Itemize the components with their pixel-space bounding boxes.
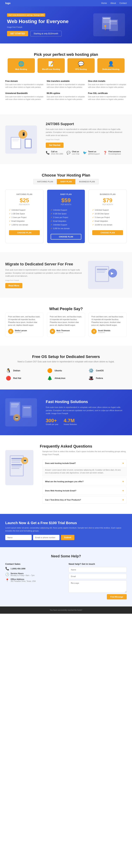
os-redhat: 🔴 Red Hat — [5, 376, 44, 381]
svg-rect-21 — [97, 269, 107, 270]
touch-message-input[interactable] — [69, 581, 127, 593]
navigation: logo Home About Contact — [0, 0, 132, 6]
migrate-cta[interactable]: Read More — [5, 283, 22, 288]
plan-period-business: PER MONTH — [92, 204, 123, 206]
faq-question-2[interactable]: Does Web Hosting Include Email? + — [42, 487, 127, 494]
plan-feature: 5 GB Disk Space — [51, 212, 81, 216]
hosting-type-vps[interactable]: 💬 VPS Hosting — [67, 58, 95, 73]
feature-bandwidth: Unmetered Bandwidth Duis aute irure dolo… — [5, 92, 44, 101]
redhat-label: Red Hat — [13, 377, 21, 379]
svg-text:💻: 💻 — [15, 416, 19, 420]
migrate-desc: Duis aute irure dolor in reprehenderit i… — [5, 269, 83, 278]
phone-number: 1 (000) 456-1890 — [10, 567, 25, 570]
get-in-touch: Need help? Get in touch Find Message — [69, 563, 127, 599]
answers-info: Find answers Knowledgebase — [108, 151, 121, 157]
svg-text:▶: ▶ — [111, 271, 114, 275]
cta-name-input[interactable] — [5, 535, 32, 540]
hosting-type-wordpress[interactable]: 📝 WordPress Hosting — [37, 58, 65, 73]
faq-q-text-2: Does Web Hosting Include Email? — [45, 490, 76, 492]
help-section: Need Some Help? Contact Sales 📞 1 (000) … — [0, 547, 132, 607]
nav-home[interactable]: Home — [101, 2, 107, 4]
fedora-icon: 🎩 — [88, 376, 94, 381]
cta-title: Launch Now & Get a Free $100 Trial Bonus — [5, 521, 127, 525]
faq-q-text-0: Does web hosting include Email? — [45, 462, 76, 464]
tab-hatching[interactable]: HATCHING PLAN — [33, 179, 57, 184]
testimonials-grid: Proin sed libero sem, sed faucibus turpi… — [5, 313, 127, 337]
contact-sales-heading: Contact Sales — [5, 563, 63, 565]
plan-name-hatching: HATCHING PLAN — [9, 193, 40, 195]
faq-question-1[interactable]: What are the hosting packages you offer?… — [42, 478, 127, 485]
tab-baby[interactable]: BABY PLAN — [57, 179, 75, 184]
avatar-0: S — [8, 329, 13, 334]
tweet-icon: 🐦 — [83, 151, 87, 155]
feature-title-1: Site transfers available — [47, 80, 85, 82]
nav-about[interactable]: About — [110, 2, 116, 4]
feature-desc-1: Duis aute irure dolor in reprehenderit i… — [47, 83, 85, 89]
faq-question-3[interactable]: Can I Test-Drive Any of Your Products? + — [42, 496, 127, 503]
vps-hosting-icon: 💬 — [69, 61, 93, 67]
faq-toggle-3: + — [122, 498, 124, 501]
plan-feature: 1 Users per Project — [9, 216, 40, 219]
cta-email-input[interactable] — [33, 535, 60, 540]
svg-rect-43 — [11, 468, 19, 469]
plan-cta-hatching[interactable]: CHOOSE PLAN — [9, 230, 40, 235]
author-name-1: Nick Thomson — [57, 330, 70, 332]
chat-icon: 💬 — [67, 151, 70, 155]
svg-rect-41 — [11, 464, 22, 465]
chat-info: Chat us Live Chat — [72, 151, 79, 157]
feature-uptime: 99.9% uptime Duis aute irure dolor in re… — [47, 92, 85, 101]
plan-feature: 1 GB Disk Space — [9, 212, 40, 216]
cta-submit[interactable]: Submit — [61, 535, 74, 540]
testimonial-text-0: Proin sed libero sem, sed faucibus turpi… — [8, 315, 41, 327]
support-cta[interactable]: Get Started — [46, 143, 64, 148]
plan-feature: Email Integration — [9, 219, 40, 223]
svg-rect-1 — [103, 18, 110, 19]
fast-stat-growth: 300+ Growth per year — [46, 418, 59, 425]
migrate-text: Migrate to Dedicated Server For Free Dui… — [5, 262, 83, 288]
svg-text:📱: 📱 — [22, 132, 26, 136]
centos-icon: ⚙️ — [88, 368, 94, 373]
hero-cta-secondary[interactable]: Starting at only $10/month — [30, 31, 62, 36]
faq-toggle-1: + — [122, 480, 124, 483]
os-title: Free OS Setup for Dedicated Servers — [5, 354, 127, 359]
faq-item-0: Does web hosting include Email? + Answer… — [42, 459, 127, 476]
os-subtitle: Need a Custom OS? Duis aute irure dolor … — [5, 361, 127, 363]
svg-rect-42 — [11, 466, 21, 467]
author-name-2: Scott Shields — [98, 330, 110, 332]
plan-cta-baby[interactable]: CHOOSE PLAN — [51, 234, 81, 240]
hosting-type-web[interactable]: 🌐 Web Hosting — [7, 58, 35, 73]
web-hosting-label: Web Hosting — [9, 68, 33, 70]
faq-item-1: What are the hosting packages you offer?… — [42, 478, 127, 486]
author-title-2: Customer — [98, 332, 110, 333]
author-title-0: Customer — [15, 332, 27, 333]
cta-text: Launch Now & Get a Free $100 Trial Bonus… — [5, 521, 127, 540]
feature-title-3: Unmetered Bandwidth — [5, 92, 44, 94]
answers-icon: ❓ — [103, 151, 107, 155]
plan-cta-business[interactable]: CHOOSE PLAN — [92, 230, 123, 235]
faq-item-2: Does Web Hosting Include Email? + — [42, 487, 127, 495]
touch-email-input[interactable] — [69, 574, 127, 579]
hosting-type-dedicated[interactable]: 👤 Dedicated Hosting — [97, 58, 125, 73]
faq-question-0[interactable]: Does web hosting include Email? + — [42, 460, 127, 467]
touch-send-btn[interactable]: Find Message — [107, 594, 127, 599]
cta-desc: Lorem ipsum dolor sit amet, consectetur … — [5, 526, 127, 532]
svg-rect-23 — [97, 272, 105, 273]
hero-cta-primary[interactable]: GET STARTED — [7, 31, 28, 36]
debian-label: Debian — [13, 369, 20, 372]
fast-desc: Duis aute irure dolor in reprehenderit i… — [46, 406, 127, 415]
migrate-img-from: Image from Freepik — [5, 279, 83, 281]
plan-price-baby: $59 — [51, 197, 81, 204]
feature-title-5: Free SSL certificate — [88, 92, 127, 94]
tab-business[interactable]: BUSINESS PLAN — [75, 179, 98, 184]
svg-rect-29 — [11, 405, 18, 406]
feature-title-0: Free domain — [5, 80, 44, 82]
nav-contact[interactable]: Contact — [120, 2, 127, 4]
touch-name-input[interactable] — [69, 567, 127, 572]
feature-desc-2: Duis aute irure dolor in reprehenderit i… — [88, 83, 127, 89]
feature-one-click: One-click installs Duis aute irure dolor… — [88, 80, 127, 89]
plan-feature: 1,500 for one domain — [9, 223, 40, 227]
feature-desc-5: Duis aute irure dolor in reprehenderit i… — [88, 95, 127, 101]
redhat-icon: 🔴 — [5, 376, 11, 381]
stat-num-growth: 300+ — [46, 418, 59, 424]
plan-card-hatching: HATCHING PLAN $25 PER MONTH Unlimited Su… — [5, 190, 43, 243]
